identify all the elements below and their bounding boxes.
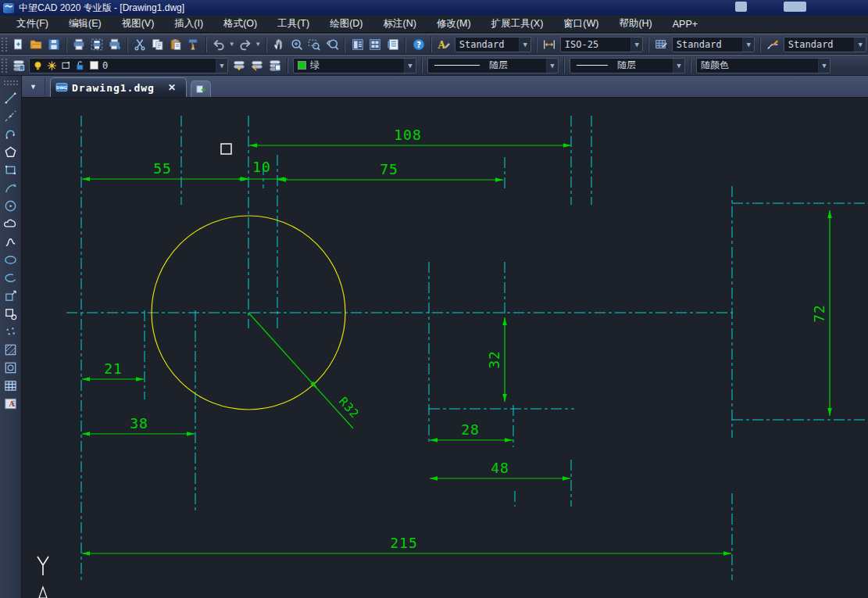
radius-dim-line[interactable]	[248, 313, 353, 428]
table-style-combo[interactable]: Standard▼	[672, 37, 755, 52]
draw-tool-spline[interactable]	[2, 233, 20, 251]
save-button[interactable]	[45, 36, 63, 53]
copy-button[interactable]	[149, 36, 167, 53]
draw-tool-region[interactable]	[2, 359, 20, 377]
dim-text[interactable]: 10	[252, 159, 271, 175]
dim-style-combo-arrow-icon[interactable]: ▼	[630, 38, 642, 52]
plotstyle-combo[interactable]: 随颜色▼	[696, 58, 830, 73]
new-tab-button[interactable]	[191, 81, 211, 97]
lineweight-combo[interactable]: 随层▼	[570, 58, 685, 73]
draw-tool-construction-line[interactable]	[2, 107, 20, 125]
toolbar-grip[interactable]	[2, 38, 7, 52]
menu-item-3[interactable]: 插入(I)	[164, 16, 213, 32]
layer-current-button[interactable]	[230, 57, 248, 74]
dim-text[interactable]: 38	[130, 415, 148, 431]
layer-combo-arrow-icon[interactable]: ▼	[216, 59, 227, 73]
menu-item-6[interactable]: 绘图(D)	[320, 16, 373, 32]
dim-text[interactable]: 21	[104, 360, 123, 377]
draw-tool-insert-block[interactable]	[2, 287, 20, 305]
help-button[interactable]: ?	[409, 36, 427, 53]
dim-style-button[interactable]	[541, 36, 559, 53]
zoom-realtime-button[interactable]	[288, 36, 305, 53]
draw-tool-make-block[interactable]	[2, 305, 20, 323]
toolbar-grip[interactable]	[4, 81, 18, 85]
menu-item-1[interactable]: 编辑(E)	[59, 16, 112, 32]
lineweight-combo-arrow-icon[interactable]: ▼	[673, 59, 684, 73]
menu-item-2[interactable]: 视图(V)	[112, 16, 165, 32]
dim-text[interactable]: 28	[461, 421, 480, 438]
linetype-combo[interactable]: 随层▼	[427, 58, 559, 73]
draw-tool-arc[interactable]	[2, 179, 20, 197]
tab-drawing1[interactable]: DWG Drawing1.dwg ✕	[50, 77, 187, 97]
cut-scissors-button[interactable]	[131, 36, 149, 53]
layer-combo[interactable]: 0▼	[29, 58, 228, 73]
draw-tool-mtext[interactable]: A	[2, 395, 20, 413]
menu-item-11[interactable]: 帮助(H)	[609, 16, 662, 32]
menu-item-7[interactable]: 标注(N)	[373, 16, 427, 32]
redo-arrow-button[interactable]	[236, 36, 254, 53]
text-style-button[interactable]: A	[435, 36, 453, 53]
draw-tool-polygon[interactable]	[2, 143, 20, 161]
printer-button[interactable]	[70, 36, 88, 53]
color-combo[interactable]: 绿▼	[293, 58, 416, 73]
toolbar-grip[interactable]	[2, 59, 7, 73]
draw-tool-hatch[interactable]	[2, 341, 20, 359]
draw-tool-ellipse-arc[interactable]	[2, 269, 20, 287]
draw-tool-revision-cloud[interactable]	[2, 215, 20, 233]
dim-text[interactable]: 48	[491, 460, 509, 476]
open-folder-button[interactable]	[27, 36, 45, 53]
drawing-canvas[interactable]: 108551075213828482153272R32	[22, 98, 868, 598]
mleader-style-combo-arrow-icon[interactable]: ▼	[854, 38, 866, 52]
new-file-button[interactable]	[9, 36, 27, 53]
dim-text[interactable]: R32	[336, 394, 363, 421]
layer-previous-button[interactable]	[248, 57, 266, 74]
text-style-combo[interactable]: Standard▼	[455, 37, 531, 52]
table-style-button[interactable]	[652, 36, 670, 53]
draw-tool-polyline[interactable]	[2, 125, 20, 143]
menu-item-12[interactable]: APP+	[663, 17, 708, 31]
layer-freeze-vp-icon[interactable]	[60, 59, 72, 72]
menu-item-10[interactable]: 窗口(W)	[553, 16, 609, 32]
zoom-previous-button[interactable]	[323, 36, 341, 53]
layer-unlock-icon[interactable]	[74, 59, 86, 72]
layer-manager-button[interactable]	[9, 57, 27, 74]
paste-button[interactable]	[166, 36, 184, 53]
dim-text[interactable]: 32	[486, 350, 502, 369]
dim-text[interactable]: 75	[380, 161, 398, 177]
draw-tool-line[interactable]	[2, 89, 20, 107]
pan-hand-button[interactable]	[270, 36, 288, 53]
dim-text[interactable]: 108	[394, 127, 422, 143]
mleader-style-combo[interactable]: Standard▼	[784, 37, 866, 52]
dim-text[interactable]: 215	[390, 535, 418, 551]
undo-arrow-button[interactable]	[210, 36, 228, 53]
color-combo-arrow-icon[interactable]: ▼	[404, 59, 416, 73]
maximize-button[interactable]	[784, 2, 806, 12]
text-style-combo-arrow-icon[interactable]: ▼	[519, 38, 530, 52]
dim-text[interactable]: 55	[153, 160, 172, 177]
minimize-button[interactable]	[735, 2, 747, 12]
menu-item-0[interactable]: 文件(F)	[6, 16, 59, 32]
table-style-combo-arrow-icon[interactable]: ▼	[742, 38, 754, 52]
print-preview-button[interactable]	[88, 36, 106, 53]
publish-button[interactable]	[105, 36, 123, 53]
menu-item-5[interactable]: 工具(T)	[267, 16, 320, 32]
draw-tool-ellipse[interactable]	[2, 251, 20, 269]
dim-text[interactable]: 72	[811, 304, 827, 323]
menu-item-4[interactable]: 格式(O)	[213, 16, 267, 32]
plotstyle-combo-arrow-icon[interactable]: ▼	[818, 59, 830, 73]
properties-palette-button[interactable]	[348, 36, 366, 53]
tab-list-dropdown[interactable]: ▼	[22, 78, 45, 95]
layer-on-icon[interactable]	[32, 59, 44, 72]
draw-tool-rectangle[interactable]	[2, 161, 20, 179]
dim-style-combo[interactable]: ISO-25▼	[560, 37, 643, 52]
linetype-combo-arrow-icon[interactable]: ▼	[546, 59, 558, 73]
tab-close-icon[interactable]: ✕	[166, 82, 178, 93]
menu-item-8[interactable]: 修改(M)	[427, 16, 481, 32]
layer-states-button[interactable]	[266, 57, 284, 74]
format-painter-button[interactable]	[184, 36, 202, 53]
draw-tool-point[interactable]	[2, 323, 20, 341]
layer-thaw-icon[interactable]	[46, 59, 58, 72]
menu-item-9[interactable]: 扩展工具(X)	[481, 16, 554, 32]
draw-tool-table[interactable]	[2, 377, 20, 395]
mleader-style-button[interactable]	[764, 36, 782, 53]
